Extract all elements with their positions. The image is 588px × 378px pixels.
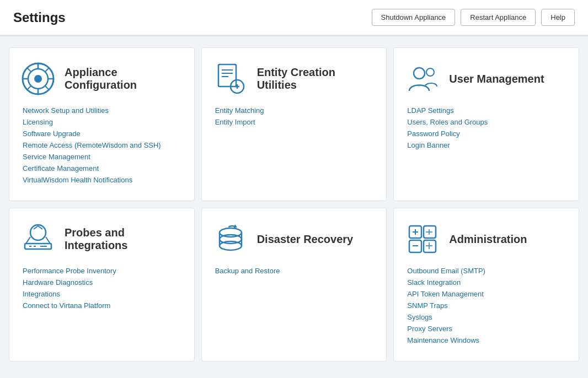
svg-line-7 [27,68,31,72]
card-header-administration: Administration [405,222,568,257]
card-header-probes-and-integrations: Probes and Integrations [20,222,183,257]
list-item[interactable]: Entity Import [215,118,376,126]
list-item[interactable]: Performance Probe Inventory [23,267,183,275]
list-item[interactable]: Network Setup and Utilities [23,106,183,115]
svg-point-19 [426,68,434,76]
appliance-configuration-icon [20,61,56,96]
card-entity-creation-utilities: Entity Creation UtilitiesEntity Matching… [201,47,387,201]
card-header-disaster-recovery: Disaster Recovery [213,222,376,257]
card-header-entity-creation-utilities: Entity Creation Utilities [213,61,376,96]
card-title-probes-and-integrations: Probes and Integrations [65,226,183,252]
list-item[interactable]: Syslogs [407,313,568,321]
list-item[interactable]: LDAP Settings [407,106,568,115]
list-item[interactable]: Maintenance Windows [407,336,568,344]
card-header-appliance-configuration: Appliance Configuration [20,61,183,96]
list-item[interactable]: Backup and Restore [215,267,376,275]
user-management-icon [405,61,440,96]
page-title: Settings [13,10,66,25]
restart-button[interactable]: Restart Appliance [461,9,536,26]
disaster-recovery-icon [213,222,248,257]
card-title-administration: Administration [449,233,527,246]
list-item[interactable]: Software Upgrade [23,129,183,138]
svg-line-9 [45,68,49,72]
main-content: Appliance ConfigurationNetwork Setup and… [0,36,588,372]
card-links-entity-creation-utilities: Entity MatchingEntity Import [213,106,376,126]
list-item[interactable]: Licensing [23,118,183,126]
administration-icon [405,222,440,257]
list-item[interactable]: Slack Integration [407,278,568,287]
card-probes-and-integrations: Probes and IntegrationsPerformance Probe… [9,208,195,361]
list-item[interactable]: Entity Matching [215,106,376,115]
settings-grid: Appliance ConfigurationNetwork Setup and… [9,47,579,361]
list-item[interactable]: Login Banner [407,141,568,149]
svg-line-8 [45,86,49,90]
svg-point-27 [220,241,242,250]
list-item[interactable]: Outbound Email (SMTP) [407,267,568,275]
card-appliance-configuration: Appliance ConfigurationNetwork Setup and… [9,47,195,201]
list-item[interactable]: Proxy Servers [407,325,568,333]
shutdown-button[interactable]: Shutdown Appliance [372,9,456,26]
list-item[interactable]: SNMP Traps [407,301,568,310]
svg-rect-11 [218,64,236,87]
list-item[interactable]: Hardware Diagnostics [23,278,183,287]
card-header-user-management: User Management [405,61,568,96]
list-item[interactable]: Connect to Virtana Platform [23,301,183,310]
entity-creation-utilities-icon [213,61,248,96]
header-buttons: Shutdown Appliance Restart Appliance Hel… [372,9,575,26]
list-item[interactable]: Remote Access (RemoteWisdom and SSH) [23,141,183,149]
svg-point-20 [30,225,46,240]
svg-line-10 [27,86,31,90]
svg-point-6 [34,75,42,83]
card-title-entity-creation-utilities: Entity Creation Utilities [257,66,376,91]
card-links-user-management: LDAP SettingsUsers, Roles and GroupsPass… [405,106,568,149]
list-item[interactable]: VirtualWisdom Health Notifications [23,176,183,184]
list-item[interactable]: Service Management [23,153,183,161]
card-links-appliance-configuration: Network Setup and UtilitiesLicensingSoft… [20,106,183,184]
card-title-disaster-recovery: Disaster Recovery [257,233,354,246]
list-item[interactable]: Certificate Management [23,164,183,172]
card-links-probes-and-integrations: Performance Probe InventoryHardware Diag… [20,267,183,310]
list-item[interactable]: Integrations [23,290,183,298]
card-title-user-management: User Management [449,73,544,85]
card-administration: AdministrationOutbound Email (SMTP)Slack… [393,208,579,361]
list-item[interactable]: Users, Roles and Groups [407,118,568,126]
card-disaster-recovery: Disaster RecoveryBackup and Restore [201,208,387,361]
probes-and-integrations-icon [20,222,56,257]
header: Settings Shutdown Appliance Restart Appl… [0,0,588,35]
list-item[interactable]: Password Policy [407,129,568,138]
svg-rect-21 [25,244,51,249]
card-user-management: User ManagementLDAP SettingsUsers, Roles… [393,47,579,201]
help-button[interactable]: Help [541,9,575,26]
card-links-disaster-recovery: Backup and Restore [213,267,376,275]
card-title-appliance-configuration: Appliance Configuration [65,66,183,91]
svg-point-18 [414,68,425,79]
list-item[interactable]: API Token Management [407,290,568,298]
card-links-administration: Outbound Email (SMTP)Slack IntegrationAP… [405,267,568,344]
svg-rect-33 [424,240,436,252]
